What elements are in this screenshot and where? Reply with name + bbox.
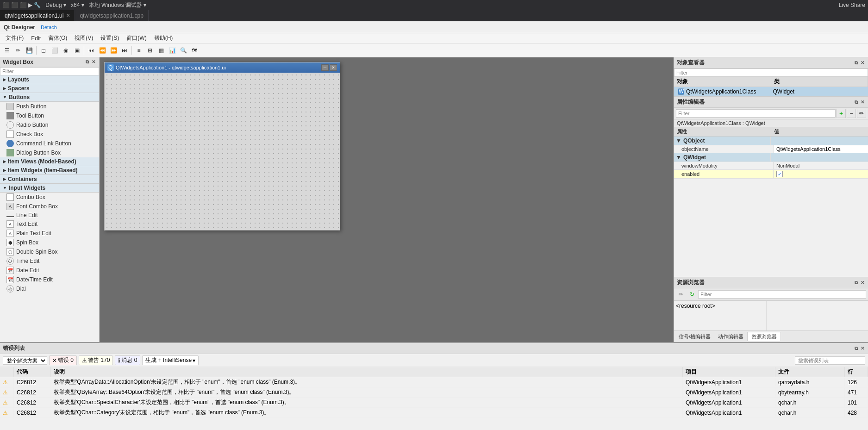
- object-inspector-filter[interactable]: [674, 69, 868, 77]
- widget-push-button[interactable]: Push Button: [0, 102, 99, 111]
- widget-spin-box[interactable]: ⬢ Spin Box: [0, 238, 99, 247]
- object-inspector-float-btn[interactable]: ⧉: [854, 60, 859, 66]
- widget-box-float-btn[interactable]: ⧉: [85, 59, 90, 65]
- toolbar-btn-3[interactable]: ◻: [38, 45, 49, 56]
- res-edit-btn[interactable]: ✏: [676, 289, 686, 299]
- bottom-tab-actions[interactable]: 动作编辑器: [714, 332, 747, 341]
- toolbar-btn-grid[interactable]: ⊞: [145, 45, 155, 56]
- toolbar-btn-7[interactable]: ⏮: [86, 45, 96, 56]
- toolbar-btn-5[interactable]: ◉: [61, 45, 71, 56]
- toolbar-btn-align[interactable]: ≡: [134, 45, 144, 56]
- tab-ui[interactable]: qtwidgetsapplication1.ui ✕: [0, 10, 75, 21]
- menu-settings[interactable]: 设置(S): [97, 33, 123, 43]
- resource-root-item[interactable]: <resource root>: [676, 303, 715, 309]
- res-refresh-btn[interactable]: ↻: [687, 289, 697, 299]
- widget-text-edit[interactable]: A Text Edit: [0, 219, 99, 229]
- menu-file[interactable]: 文件(F): [2, 33, 27, 43]
- bottom-tab-signals[interactable]: 信号/槽编辑器: [675, 332, 714, 341]
- widget-font-combo-box[interactable]: A Font Combo Box: [0, 202, 99, 211]
- error-badge-errors[interactable]: ✕ 错误 0: [49, 355, 77, 365]
- widget-command-link[interactable]: Command Link Button: [0, 139, 99, 148]
- resource-filter[interactable]: [698, 290, 866, 299]
- right-panels: 对象查看器 ⧉ ✕ 对象 类 W QtWidgetsApplication1Cl…: [674, 57, 868, 342]
- widget-datetime-edit[interactable]: 📆 Date/Time Edit: [0, 275, 99, 284]
- error-panel-float-btn[interactable]: ⧉: [854, 346, 859, 351]
- toolbar-btn-2[interactable]: 💾: [24, 45, 34, 56]
- designer-canvas[interactable]: [105, 73, 340, 230]
- property-add-btn[interactable]: +: [837, 109, 846, 118]
- widget-dialog-button-box[interactable]: Dialog Button Box: [0, 148, 99, 157]
- prop-group-qobject: ▼ QObject: [674, 137, 868, 145]
- input-widgets-arrow: ▼: [3, 186, 7, 190]
- widget-combo-box[interactable]: Combo Box: [0, 193, 99, 202]
- menu-window[interactable]: 窗口(W): [123, 33, 150, 43]
- error-row-2[interactable]: ⚠ C26812 枚举类型'QChar::SpecialCharacter'未设…: [0, 398, 868, 408]
- category-layouts[interactable]: ▶ Layouts: [0, 75, 99, 84]
- error-row-1-code: C26812: [14, 388, 51, 397]
- widget-time-edit[interactable]: ⏱ Time Edit: [0, 256, 99, 266]
- top-bar-icons: ⬛ ⬛ ⬛ ▶ 🔧: [3, 2, 41, 8]
- text-edit-label: Text Edit: [16, 221, 37, 227]
- toolbar-btn-6[interactable]: ▣: [72, 45, 82, 56]
- category-containers[interactable]: ▶ Containers: [0, 175, 99, 184]
- category-input-widgets[interactable]: ▼ Input Widgets: [0, 184, 99, 193]
- error-row-1[interactable]: ⚠ C26812 枚举类型'QByteArray::Base64Option'未…: [0, 387, 868, 398]
- prop-objectname-value[interactable]: [774, 145, 868, 153]
- resource-browser-close-btn[interactable]: ✕: [860, 280, 865, 286]
- tab-cpp[interactable]: qtwidgetsapplication1.cpp: [75, 10, 148, 21]
- center-canvas[interactable]: Q QtWidgetsApplication1 - qtwidgetsappli…: [100, 57, 674, 342]
- error-badge-info[interactable]: ℹ 消息 0: [115, 355, 140, 365]
- widget-double-spin-box[interactable]: ⬡ Double Spin Box: [0, 247, 99, 256]
- obj-table-row-0[interactable]: W QtWidgetsApplication1Class QWidget: [674, 87, 868, 96]
- toolbar-btn-0[interactable]: ☰: [2, 45, 12, 56]
- widget-check-box[interactable]: Check Box: [0, 130, 99, 139]
- error-search-input[interactable]: [795, 356, 865, 365]
- resource-browser-float-btn[interactable]: ⧉: [854, 280, 859, 286]
- widget-date-edit[interactable]: 📅 Date Edit: [0, 266, 99, 275]
- property-filter[interactable]: [676, 109, 836, 118]
- error-panel-close-btn[interactable]: ✕: [860, 346, 865, 351]
- category-buttons[interactable]: ▼ Buttons: [0, 93, 99, 102]
- widget-box-close-btn[interactable]: ✕: [91, 59, 96, 65]
- toolbar-btn-layout[interactable]: ▦: [156, 45, 166, 56]
- error-badge-build[interactable]: 生成 + IntelliSense ▾: [142, 355, 199, 365]
- error-badge-warnings[interactable]: ⚠ 警告 170: [79, 355, 113, 365]
- error-row-0[interactable]: ⚠ C26812 枚举类型'QArrayData::AllocationOpti…: [0, 377, 868, 387]
- property-editor-float-btn[interactable]: ⧉: [854, 100, 859, 105]
- prop-objectname-input[interactable]: [776, 146, 865, 152]
- designer-minimize-btn[interactable]: ─: [321, 64, 329, 71]
- widget-radio-button[interactable]: Radio Button: [0, 120, 99, 130]
- menu-edit[interactable]: Edit: [27, 34, 44, 43]
- menu-view[interactable]: 视图(V): [71, 33, 97, 43]
- widget-plain-text-edit[interactable]: A Plain Text Edit: [0, 229, 99, 238]
- error-scope-select[interactable]: 整个解决方案: [3, 356, 47, 365]
- property-editor-close-btn[interactable]: ✕: [860, 100, 865, 105]
- widget-dial[interactable]: ◎ Dial: [0, 284, 99, 293]
- object-inspector-close-btn[interactable]: ✕: [860, 60, 865, 66]
- toolbar-btn-map[interactable]: 🗺: [189, 45, 200, 56]
- toolbar-btn-1[interactable]: ✏: [13, 45, 23, 56]
- toolbar-btn-8[interactable]: ⏪: [97, 45, 107, 56]
- error-row-3[interactable]: ⚠ C26812 枚举类型'QChar::Category'未设定范围，相比于 …: [0, 408, 868, 418]
- toolbar-btn-4[interactable]: ⬜: [50, 45, 60, 56]
- widget-line-edit[interactable]: Line Edit: [0, 211, 99, 219]
- widget-box-filter[interactable]: [0, 67, 99, 75]
- toolbar-btn-9[interactable]: ⏩: [108, 45, 119, 56]
- property-edit-btn[interactable]: ✏: [857, 109, 866, 118]
- category-spacers[interactable]: ▶ Spacers: [0, 84, 99, 93]
- toolbar-btn-10[interactable]: ⏭: [119, 45, 130, 56]
- menu-form[interactable]: 窗体(O): [44, 33, 71, 43]
- bottom-tab-resources[interactable]: 资源浏览器: [747, 332, 781, 341]
- detach-link[interactable]: Detach: [41, 25, 57, 30]
- menu-help[interactable]: 帮助(H): [150, 33, 177, 43]
- category-item-views[interactable]: ▶ Item Views (Model-Based): [0, 157, 99, 166]
- prop-enabled-checkbox[interactable]: [776, 171, 783, 177]
- widget-tool-button[interactable]: Tool Button: [0, 111, 99, 120]
- prop-enabled-value[interactable]: [774, 170, 868, 178]
- toolbar-btn-chart[interactable]: 📊: [167, 45, 177, 56]
- designer-close-btn[interactable]: ✕: [330, 64, 337, 71]
- category-item-widgets[interactable]: ▶ Item Widgets (Item-Based): [0, 166, 99, 175]
- tab-ui-close[interactable]: ✕: [66, 13, 70, 18]
- toolbar-btn-magnify[interactable]: 🔍: [178, 45, 188, 56]
- property-remove-btn[interactable]: −: [847, 109, 856, 118]
